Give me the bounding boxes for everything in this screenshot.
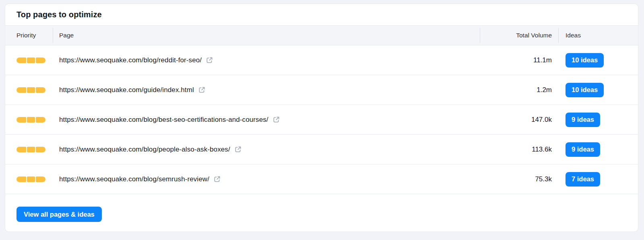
table-row: https://www.seoquake.com/blog/reddit-for… <box>5 45 638 75</box>
view-all-pages-button[interactable]: View all pages & ideas <box>17 207 102 222</box>
priority-indicator <box>17 87 45 93</box>
ideas-badge[interactable]: 9 ideas <box>566 113 600 127</box>
external-link-icon[interactable] <box>234 146 242 153</box>
total-volume-value: 1.2m <box>537 86 552 94</box>
priority-indicator <box>17 176 45 182</box>
page-url: https://www.seoquake.com/blog/semrush-re… <box>59 175 209 183</box>
priority-indicator <box>17 57 45 63</box>
total-volume-value: 75.3k <box>535 175 552 183</box>
page-url: https://www.seoquake.com/guide/index.htm… <box>59 86 194 94</box>
column-header-total-volume: Total Volume <box>480 26 558 45</box>
table-row: https://www.seoquake.com/blog/semrush-re… <box>5 164 638 194</box>
priority-indicator <box>17 147 45 152</box>
ideas-badge[interactable]: 7 ideas <box>566 172 600 187</box>
ideas-badge[interactable]: 9 ideas <box>566 142 600 157</box>
external-link-icon[interactable] <box>213 175 221 183</box>
external-link-icon[interactable] <box>198 86 206 94</box>
page-title: Top pages to optimize <box>17 10 102 19</box>
external-link-icon[interactable] <box>272 116 280 123</box>
table-row: https://www.seoquake.com/blog/best-seo-c… <box>5 105 638 135</box>
ideas-badge[interactable]: 10 ideas <box>566 53 604 68</box>
page-url: https://www.seoquake.com/blog/reddit-for… <box>59 56 202 64</box>
column-header-priority: Priority <box>5 26 53 45</box>
table-header: Priority Page Total Volume Ideas <box>5 25 638 45</box>
column-header-ideas: Ideas <box>558 26 638 45</box>
external-link-icon[interactable] <box>206 56 213 64</box>
card-footer: View all pages & ideas <box>5 194 638 222</box>
card-header: Top pages to optimize <box>5 4 638 25</box>
column-header-page: Page <box>53 26 480 45</box>
ideas-badge[interactable]: 10 ideas <box>566 83 604 97</box>
total-volume-value: 147.0k <box>531 116 552 124</box>
page-url: https://www.seoquake.com/blog/best-seo-c… <box>59 116 268 124</box>
page-url: https://www.seoquake.com/blog/people-als… <box>59 146 230 154</box>
table-row: https://www.seoquake.com/blog/people-als… <box>5 135 638 164</box>
priority-indicator <box>17 117 45 123</box>
table-row: https://www.seoquake.com/guide/index.htm… <box>5 75 638 105</box>
total-volume-value: 11.1m <box>533 56 552 64</box>
top-pages-card: Top pages to optimize Priority Page Tota… <box>5 4 638 232</box>
total-volume-value: 113.6k <box>532 146 552 154</box>
